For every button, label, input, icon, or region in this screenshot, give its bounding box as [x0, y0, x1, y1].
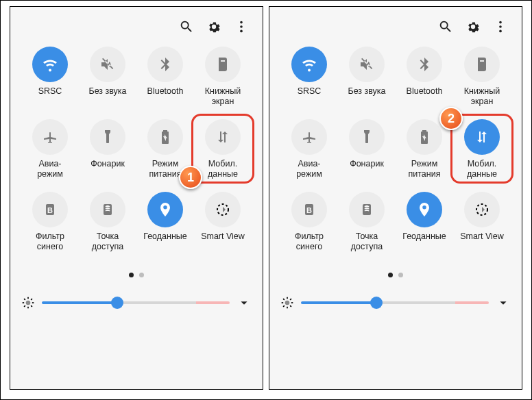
chevron-down-icon[interactable]	[237, 295, 252, 310]
brightness-icon	[280, 296, 294, 310]
plane-icon	[42, 129, 58, 145]
tile-label: Режим питания	[409, 159, 441, 179]
tile-label: Мобил. данные	[467, 159, 497, 179]
tile-wifi[interactable]: SRSC	[21, 47, 79, 107]
tile-mute[interactable]: Без звука	[338, 47, 396, 107]
tile-label: Геоданные	[402, 232, 446, 252]
brightness-slider[interactable]	[42, 301, 230, 304]
gear-icon[interactable]	[466, 19, 481, 34]
wifi-icon	[301, 56, 317, 73]
tile-label: Фильтр синего	[36, 232, 64, 252]
tile-smartview[interactable]: Smart View	[194, 192, 252, 252]
hotspot-toggle[interactable]	[349, 192, 385, 227]
wifi-icon	[42, 56, 58, 73]
tile-location[interactable]: Геоданные	[136, 192, 194, 252]
tile-wifi[interactable]: SRSC	[280, 47, 338, 107]
tile-label: Bluetooth	[147, 86, 184, 107]
blue-toggle[interactable]	[32, 192, 68, 227]
plane-toggle[interactable]	[32, 119, 68, 155]
bluetooth-icon	[416, 56, 433, 73]
hotspot-icon	[359, 201, 375, 218]
pager-dot[interactable]	[129, 273, 134, 277]
tile-label: Фонарик	[350, 159, 384, 179]
pager[interactable]	[17, 273, 256, 277]
hotspot-toggle[interactable]	[90, 192, 125, 227]
tile-blue[interactable]: Фильтр синего	[21, 192, 79, 252]
tile-plane[interactable]: Авиа- режим	[21, 119, 79, 179]
brightness-slider[interactable]	[301, 301, 489, 304]
tile-label: Bluetooth	[407, 86, 443, 107]
tile-label: Без звука	[348, 86, 385, 107]
battery-toggle[interactable]	[147, 119, 183, 155]
tile-mute[interactable]: Без звука	[79, 47, 136, 107]
smartview-toggle[interactable]	[464, 192, 500, 227]
quick-settings-panel-1: SRSC Без звука Bluetooth Книжный экран А…	[10, 6, 263, 390]
more-icon[interactable]	[234, 19, 249, 34]
chevron-down-icon[interactable]	[496, 295, 511, 310]
tile-torch[interactable]: Фонарик	[338, 119, 396, 179]
blue-icon	[301, 201, 317, 218]
mute-toggle[interactable]	[90, 47, 125, 82]
tile-label: Режим питания	[149, 159, 182, 179]
bluetooth-toggle[interactable]	[407, 47, 442, 82]
plane-toggle[interactable]	[291, 119, 327, 155]
location-toggle[interactable]	[407, 192, 442, 227]
smartview-toggle[interactable]	[205, 192, 241, 227]
tile-label: Авиа- режим	[296, 159, 322, 179]
tile-label: Smart View	[460, 232, 504, 252]
plane-icon	[301, 129, 317, 145]
pager[interactable]	[276, 273, 515, 277]
tile-book[interactable]: Книжный экран	[194, 47, 252, 107]
mute-toggle[interactable]	[349, 47, 385, 82]
pager-dot[interactable]	[139, 273, 144, 277]
tile-label: Без звука	[88, 86, 126, 107]
blue-toggle[interactable]	[291, 192, 327, 227]
tile-hotspot[interactable]: Точка доступа	[79, 192, 136, 252]
tile-torch[interactable]: Фонарик	[79, 119, 136, 179]
tile-bluetooth[interactable]: Bluetooth	[136, 47, 194, 107]
location-icon	[157, 201, 173, 218]
wifi-toggle[interactable]	[32, 47, 68, 82]
bluetooth-icon	[157, 56, 173, 73]
book-icon	[215, 56, 231, 73]
tile-label: Авиа- режим	[37, 159, 63, 179]
tile-label: Точка доступа	[351, 232, 383, 252]
tile-bluetooth[interactable]: Bluetooth	[396, 47, 453, 107]
tile-label: Книжный экран	[464, 86, 500, 107]
tile-label: Точка доступа	[92, 232, 123, 252]
data-toggle[interactable]	[205, 119, 241, 155]
tile-plane[interactable]: Авиа- режим	[280, 119, 338, 179]
blue-icon	[42, 201, 58, 218]
book-toggle[interactable]	[464, 47, 500, 82]
data-toggle[interactable]	[464, 119, 500, 155]
data-icon	[215, 129, 231, 145]
gear-icon[interactable]	[206, 19, 221, 34]
pager-dot[interactable]	[388, 273, 393, 277]
tile-data[interactable]: Мобил. данные2	[453, 119, 511, 179]
brightness-icon	[21, 296, 35, 310]
location-toggle[interactable]	[147, 192, 183, 227]
tile-smartview[interactable]: Smart View	[453, 192, 511, 252]
tile-data[interactable]: Мобил. данные1	[194, 119, 252, 179]
battery-icon	[157, 129, 173, 145]
data-icon	[474, 129, 490, 145]
brightness-thumb[interactable]	[111, 297, 123, 309]
more-icon[interactable]	[493, 19, 508, 34]
pager-dot[interactable]	[398, 273, 403, 277]
torch-toggle[interactable]	[90, 119, 125, 155]
tile-location[interactable]: Геоданные	[396, 192, 453, 252]
wifi-toggle[interactable]	[291, 47, 327, 82]
battery-toggle[interactable]	[407, 119, 442, 155]
callout-badge: 2	[439, 107, 463, 130]
tile-book[interactable]: Книжный экран	[453, 47, 511, 107]
smartview-icon	[474, 201, 490, 218]
search-icon[interactable]	[179, 19, 194, 34]
bluetooth-toggle[interactable]	[147, 47, 183, 82]
book-toggle[interactable]	[205, 47, 241, 82]
tile-blue[interactable]: Фильтр синего	[280, 192, 338, 252]
search-icon[interactable]	[438, 19, 453, 34]
tile-hotspot[interactable]: Точка доступа	[338, 192, 396, 252]
brightness-thumb[interactable]	[370, 297, 383, 309]
torch-toggle[interactable]	[349, 119, 385, 155]
tile-label: Геоданные	[143, 232, 187, 252]
